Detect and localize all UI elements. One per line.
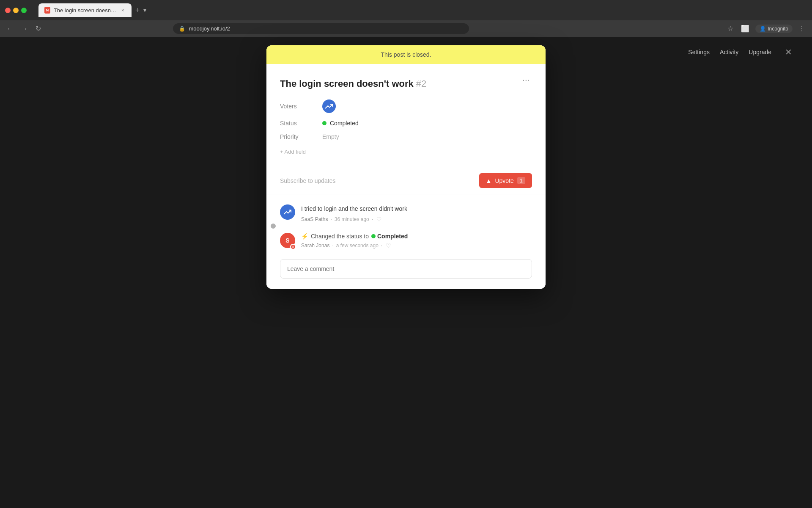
tab-close-btn[interactable]: × xyxy=(120,7,126,14)
tab-dropdown[interactable]: ▾ xyxy=(143,7,146,14)
new-tab-btn[interactable]: + xyxy=(132,4,143,16)
status-value: Completed xyxy=(322,120,359,127)
comment-author-1: SaaS Paths xyxy=(301,216,328,222)
subscribe-btn[interactable]: Subscribe to updates xyxy=(280,177,336,184)
comment-like-btn-1[interactable]: ♡ xyxy=(376,216,383,223)
comment-input[interactable] xyxy=(280,259,532,279)
activity-link[interactable]: Activity xyxy=(720,49,738,55)
refresh-btn[interactable]: ↻ xyxy=(34,23,43,34)
voters-label: Voters xyxy=(280,103,322,110)
url-text: moodjoy.nolt.io/2 xyxy=(189,25,230,32)
upvote-count: 1 xyxy=(517,177,525,184)
lock-icon: 🔒 xyxy=(179,26,185,32)
upvote-btn[interactable]: ▲ Upvote 1 xyxy=(479,173,532,188)
comment-content-2: ⚡ Changed the status to Completed Sarah … xyxy=(301,233,532,249)
priority-value: Empty xyxy=(322,133,339,140)
comment-separator-2: · xyxy=(372,216,373,222)
priority-empty-text: Empty xyxy=(322,133,339,140)
new-status-badge: Completed xyxy=(371,233,408,240)
cast-btn[interactable]: ⬜ xyxy=(739,23,751,34)
window-minimize-btn[interactable] xyxy=(13,8,19,13)
post-title-text: The login screen doesn't work xyxy=(280,78,414,89)
comments-section: I tried to login and the screen didn't w… xyxy=(266,194,546,289)
tab-favicon: N xyxy=(44,7,50,14)
settings-link[interactable]: Settings xyxy=(688,49,710,55)
title-bar: N The login screen doesn't work × + ▾ xyxy=(0,0,812,20)
voter-avatar xyxy=(322,99,336,113)
upvote-icon: ▲ xyxy=(486,177,492,184)
tab-bar: N The login screen doesn't work × + ▾ xyxy=(33,3,151,17)
comment-meta-1: SaaS Paths · 36 minutes ago · ♡ xyxy=(301,216,532,223)
comment-like-btn-2[interactable]: ♡ xyxy=(385,242,392,249)
priority-row: Priority Empty xyxy=(280,133,532,140)
forward-btn[interactable]: → xyxy=(19,23,30,34)
address-bar: ← → ↻ 🔒 moodjoy.nolt.io/2 ☆ ⬜ 👤 Incognit… xyxy=(0,20,812,37)
status-label: Status xyxy=(280,120,322,127)
voters-row: Voters xyxy=(280,99,532,113)
status-completed-dot xyxy=(371,234,376,238)
bookmark-btn[interactable]: ☆ xyxy=(726,23,735,34)
modal-footer: Subscribe to updates ▲ Upvote 1 xyxy=(266,167,546,194)
comment-separator-4: · xyxy=(381,243,382,248)
browser-actions: ☆ ⬜ 👤 Incognito ⋮ xyxy=(726,23,807,34)
incognito-icon: 👤 xyxy=(760,26,766,32)
comment-input-wrap xyxy=(280,259,532,279)
add-field-btn[interactable]: + Add field xyxy=(280,147,306,157)
more-options-btn[interactable]: ··· xyxy=(520,74,532,86)
incognito-badge: 👤 Incognito xyxy=(755,25,793,33)
page-body: Settings Activity Upgrade ✕ This post is… xyxy=(0,37,812,508)
back-btn[interactable]: ← xyxy=(5,23,15,34)
tab-title: The login screen doesn't work xyxy=(54,7,116,14)
browser-chrome: N The login screen doesn't work × + ▾ ← … xyxy=(0,0,812,37)
close-icon[interactable]: ✕ xyxy=(782,45,795,59)
new-status-text: Completed xyxy=(377,233,408,240)
status-text: Completed xyxy=(330,120,359,127)
comment-author-2: Sarah Jonas xyxy=(301,243,329,248)
incognito-label: Incognito xyxy=(768,26,788,32)
status-row: Status Completed xyxy=(280,120,532,127)
top-nav: Settings Activity Upgrade ✕ xyxy=(688,45,795,59)
comment-separator-3: · xyxy=(332,243,333,248)
comment-separator-1: · xyxy=(330,216,332,222)
comment-content-1: I tried to login and the screen didn't w… xyxy=(301,204,532,223)
active-tab[interactable]: N The login screen doesn't work × xyxy=(38,3,132,17)
status-change-line: ⚡ Changed the status to Completed xyxy=(301,233,532,240)
upvote-label: Upvote xyxy=(495,177,513,184)
modal-body: ··· The login screen doesn't work #2 Vot… xyxy=(266,64,546,167)
window-close-btn[interactable] xyxy=(5,8,11,13)
upgrade-link[interactable]: Upgrade xyxy=(749,49,771,55)
status-dot xyxy=(322,121,326,125)
status-change-item: S ✕ ⚡ Changed the status to Completed xyxy=(280,233,532,249)
post-modal: This post is closed. ··· The login scree… xyxy=(266,45,546,289)
url-bar[interactable]: 🔒 moodjoy.nolt.io/2 xyxy=(173,23,469,34)
closed-banner-text: This post is closed. xyxy=(381,51,431,58)
post-number: #2 xyxy=(416,78,426,89)
comment-meta-2: Sarah Jonas · a few seconds ago · ♡ xyxy=(301,242,532,249)
menu-btn[interactable]: ⋮ xyxy=(797,23,807,34)
window-controls xyxy=(5,8,27,13)
commenter-avatar-1 xyxy=(280,204,295,220)
voters-value xyxy=(322,99,336,113)
post-title: The login screen doesn't work #2 xyxy=(280,78,532,89)
lightning-icon: ⚡ xyxy=(301,233,308,240)
priority-label: Priority xyxy=(280,133,322,140)
comment-item: I tried to login and the screen didn't w… xyxy=(280,204,532,223)
status-change-text: Changed the status to xyxy=(311,233,369,240)
comment-time-2: a few seconds ago xyxy=(336,243,379,248)
comment-text-1: I tried to login and the screen didn't w… xyxy=(301,204,532,213)
comment-time-1: 36 minutes ago xyxy=(335,216,369,222)
closed-banner: This post is closed. xyxy=(266,45,546,64)
window-maximize-btn[interactable] xyxy=(21,8,27,13)
